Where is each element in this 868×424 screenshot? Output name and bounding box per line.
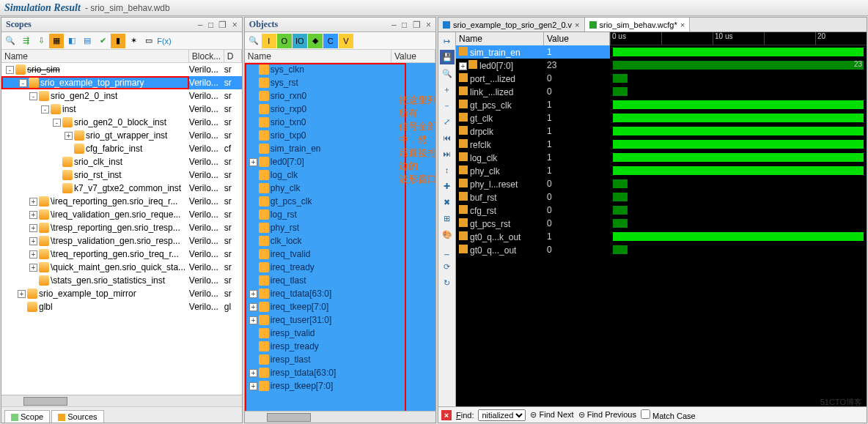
object-row[interactable]: + ireq_tdata[63:0] (245, 287, 435, 300)
next-edge-icon[interactable]: ⏭ (440, 146, 455, 161)
signal-row[interactable]: gt_pcs_rst0 (456, 217, 610, 230)
restore-icon[interactable]: ❐ (413, 20, 421, 30)
close-icon[interactable]: × (426, 20, 431, 30)
signal-table[interactable]: Name Value sim_train_en1+led0[7:0]23port… (456, 32, 610, 406)
wave-tab[interactable]: srio_example_top_srio_gen2_0.v× (438, 18, 585, 31)
col-value[interactable]: Value (391, 50, 435, 62)
object-row[interactable]: + phy_rst (245, 221, 435, 234)
find-prev-button[interactable]: ⊝ Find Previous (578, 410, 636, 420)
objects-hscroll[interactable] (245, 411, 435, 423)
io-icon[interactable]: IO (293, 34, 307, 48)
col-block[interactable]: Block... (189, 50, 224, 62)
signal-row[interactable]: sim_train_en1 (456, 45, 610, 59)
signal-row[interactable]: link_...lized0 (456, 85, 610, 98)
tab-sources[interactable]: Sources (51, 410, 103, 423)
col-d[interactable]: D (224, 50, 242, 62)
wave-tab[interactable]: srio_sim_behav.wcfg*× (585, 18, 691, 31)
signal-row[interactable]: refclk1 (456, 138, 610, 151)
object-row[interactable]: + ireq_tlast (245, 274, 435, 287)
zoomout-icon[interactable]: － (440, 98, 455, 113)
tab-scope[interactable]: Scope (4, 410, 50, 423)
filter-icon[interactable]: ▦ (49, 34, 64, 48)
tree-row[interactable]: \stats_gen.srio_statistics_instVerilo...… (1, 274, 242, 287)
signal-row[interactable]: phy_l...reset0 (456, 177, 610, 190)
add-icon[interactable]: ✚ (440, 179, 455, 193)
tree-row[interactable]: cfg_fabric_instVerilo...cf (1, 142, 242, 155)
object-row[interactable]: + ireq_tvalid (245, 248, 435, 261)
object-row[interactable]: + sys_rst (245, 76, 435, 89)
color-icon[interactable]: 🎨 (440, 227, 455, 242)
object-row[interactable]: + iresp_tlast (245, 353, 435, 366)
check-icon[interactable]: ✔ (95, 34, 110, 48)
object-row[interactable]: + ireq_tkeep[7:0] (245, 300, 435, 313)
divider-icon[interactable]: ⎯ (440, 243, 455, 258)
signal-row[interactable]: phy_clk1 (456, 164, 610, 177)
signal-row[interactable]: gt0_q...k_out1 (456, 230, 610, 243)
col-name[interactable]: Name (1, 50, 189, 62)
object-row[interactable]: + iresp_tkeep[7:0] (245, 379, 435, 393)
tree-row[interactable]: srio_rst_instVerilo...sr (1, 168, 242, 182)
tree-row[interactable]: +\treq_reporting_gen.srio_treq_r...Veril… (1, 248, 242, 261)
relaunch-icon[interactable]: ↻ (440, 275, 455, 290)
scopes-tree[interactable]: -srio_simVerilo...sr-srio_example_top_pr… (1, 63, 242, 395)
doc-icon[interactable]: ▤ (80, 34, 95, 48)
c-icon[interactable]: C (323, 34, 338, 48)
signal-row[interactable]: log_clk1 (456, 151, 610, 164)
tree-row[interactable]: -srio_gen2_0_instVerilo...sr (1, 89, 242, 103)
signal-row[interactable]: drpclk1 (456, 124, 610, 138)
in-icon[interactable]: I (262, 34, 276, 48)
scopes-hscroll[interactable] (1, 395, 242, 406)
v-icon[interactable]: V (339, 34, 353, 48)
object-row[interactable]: + iresp_tready (245, 340, 435, 353)
tree-row[interactable]: +\ireq_validation_gen.srio_reque...Veril… (1, 208, 242, 221)
prev-edge-icon[interactable]: ⏮ (440, 130, 455, 145)
int-icon[interactable]: ◆ (308, 34, 323, 48)
object-row[interactable]: + log_rst (245, 208, 435, 221)
object-row[interactable]: + ireq_tready (245, 261, 435, 274)
signal-row[interactable]: cfg_rst0 (456, 204, 610, 217)
zoom-icon[interactable]: 🔍 (440, 66, 455, 81)
restore-icon[interactable]: ❐ (218, 20, 227, 30)
page-icon[interactable]: ▭ (141, 34, 156, 48)
signal-row[interactable]: port_...lized0 (456, 72, 610, 85)
cube-icon[interactable]: ◧ (65, 34, 79, 48)
find-select[interactable]: nitialized (478, 409, 526, 421)
tree-row[interactable]: +\quick_maint_gen.srio_quick_sta...Veril… (1, 261, 242, 274)
tree-row[interactable]: +\tresp_reporting_gen.srio_tresp...Veril… (1, 221, 242, 234)
tree-row[interactable]: srio_clk_instVerilo...sr (1, 155, 242, 168)
collapse-icon[interactable]: ⇩ (34, 34, 48, 48)
close-icon[interactable]: × (232, 20, 238, 30)
tree-row[interactable]: glblVerilo...gl (1, 300, 242, 313)
star-icon[interactable]: ✶ (126, 34, 141, 48)
col-name[interactable]: Name (245, 50, 391, 62)
objects-list[interactable]: 把这里列出的所有信号全部选中，然后直接拖到右边的波形窗口 + sys_clkn+… (245, 63, 435, 411)
object-row[interactable]: + iresp_tdata[63:0] (245, 366, 435, 379)
tree-row[interactable]: -srio_example_top_primaryVerilo...sr (1, 76, 242, 89)
signal-row[interactable]: buf_rst0 (456, 190, 610, 204)
rm-icon[interactable]: ✖ (440, 195, 455, 209)
tree-row[interactable]: +\ireq_reporting_gen.srio_ireq_r...Veril… (1, 195, 242, 208)
expand-icon[interactable]: ⇶ (18, 34, 33, 48)
out-icon[interactable]: O (277, 34, 292, 48)
signal-row[interactable]: +led0[7:0]23 (456, 59, 610, 72)
object-row[interactable]: + gt_pcs_clk (245, 195, 435, 208)
object-row[interactable]: + sys_clkn (245, 63, 435, 76)
tab-close-icon[interactable]: × (575, 21, 579, 29)
tab-close-icon[interactable]: × (680, 21, 685, 29)
minimize-icon[interactable]: – (198, 20, 203, 30)
tree-row[interactable]: -instVerilo...sr (1, 103, 242, 116)
tree-row[interactable]: -srio_gen2_0_block_instVerilo...sr (1, 116, 242, 129)
reload-icon[interactable]: ⟳ (440, 259, 455, 274)
goto-icon[interactable]: ↦ (440, 34, 455, 48)
tree-row[interactable]: +srio_example_top_mirrorVerilo...sr (1, 287, 242, 300)
book-icon[interactable]: ▮ (111, 34, 125, 48)
group-icon[interactable]: ⊞ (440, 211, 455, 226)
tree-row[interactable]: -srio_simVerilo...sr (1, 63, 242, 76)
waveform-area[interactable]: 0 us10 us20 23 (610, 32, 867, 406)
object-row[interactable]: + clk_lock (245, 234, 435, 248)
sig-col-value[interactable]: Value (544, 32, 610, 45)
tree-row[interactable]: k7_v7_gtxe2_common_instVerilo...sr (1, 182, 242, 195)
maximize-icon[interactable]: □ (208, 20, 213, 30)
search-icon[interactable]: 🔍 (3, 34, 18, 48)
maximize-icon[interactable]: □ (402, 20, 407, 30)
